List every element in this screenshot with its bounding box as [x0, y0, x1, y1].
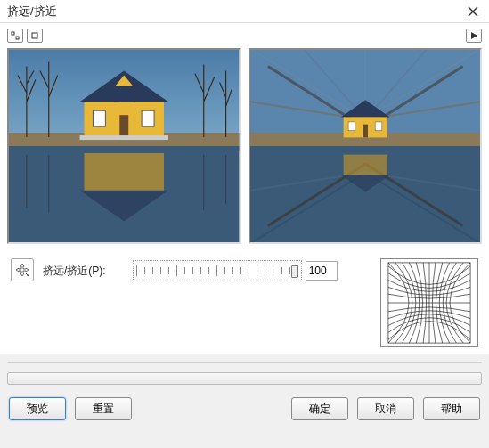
preview-button[interactable]: 预览: [9, 397, 66, 420]
help-button[interactable]: 帮助: [423, 397, 480, 420]
pinch-value-input[interactable]: [306, 261, 338, 281]
cancel-button[interactable]: 取消: [357, 397, 414, 420]
panel-divider: [7, 362, 482, 363]
svg-rect-41: [348, 122, 355, 131]
slider-label: 挤远/挤近(P):: [43, 264, 106, 279]
result-image: [250, 50, 481, 242]
svg-rect-14: [142, 110, 154, 126]
preview-original[interactable]: [7, 48, 241, 244]
close-icon: [468, 6, 478, 17]
pinch-slider[interactable]: [133, 260, 302, 281]
collapse-icon: [30, 31, 39, 40]
pan-icon: [15, 263, 29, 277]
preview-panes: [0, 48, 489, 251]
svg-rect-18: [85, 153, 164, 191]
distortion-grid-preview: [380, 258, 478, 347]
svg-rect-3: [16, 37, 19, 39]
svg-rect-2: [12, 32, 14, 35]
preview-result[interactable]: [249, 48, 483, 244]
play-icon: [469, 31, 478, 40]
svg-rect-15: [119, 115, 128, 139]
expand-icon: [11, 31, 20, 40]
preview-toolbar: [0, 23, 489, 48]
close-button[interactable]: [464, 3, 482, 20]
slider-thumb[interactable]: [291, 265, 298, 278]
svg-rect-43: [363, 125, 367, 138]
controls-row: 挤远/挤近(P):: [0, 251, 489, 354]
svg-rect-16: [80, 135, 168, 140]
window-title: 挤远/挤近: [7, 4, 57, 20]
view-dual-button[interactable]: [27, 29, 43, 43]
progress-bar: [7, 372, 482, 385]
slider-ticks: [136, 261, 298, 281]
reset-button[interactable]: 重置: [75, 397, 132, 420]
view-single-button[interactable]: [7, 29, 23, 43]
svg-rect-4: [32, 33, 37, 38]
ok-button[interactable]: 确定: [291, 397, 348, 420]
titlebar: 挤远/挤近: [0, 0, 489, 23]
svg-rect-45: [343, 155, 387, 175]
pan-tool-button[interactable]: [11, 258, 34, 281]
footer: 预览 重置 确定 取消 帮助: [0, 385, 489, 433]
svg-marker-5: [471, 32, 477, 39]
svg-rect-42: [375, 122, 382, 131]
play-button[interactable]: [466, 29, 482, 43]
original-image: [9, 50, 240, 242]
svg-rect-13: [93, 110, 105, 126]
svg-rect-12: [117, 86, 131, 102]
